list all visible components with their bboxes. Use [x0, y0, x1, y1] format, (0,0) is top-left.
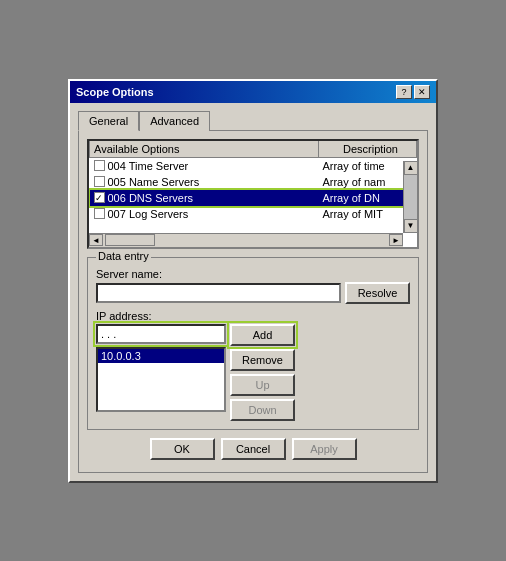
apply-button[interactable]: Apply [292, 438, 357, 460]
title-bar: Scope Options ? ✕ [70, 81, 436, 103]
group-label: Data entry [96, 250, 151, 262]
ip-address-input[interactable] [96, 324, 226, 344]
ip-address-label: IP address: [96, 310, 410, 322]
tab-strip: General Advanced [78, 111, 428, 131]
ok-button[interactable]: OK [150, 438, 215, 460]
col-description: Description [318, 141, 416, 158]
scroll-right-button[interactable]: ► [389, 234, 403, 246]
tab-advanced[interactable]: Advanced [139, 111, 210, 131]
scope-options-dialog: Scope Options ? ✕ General Advanced Avail… [68, 79, 438, 483]
table-row[interactable]: 005 Name Servers Array of nam [90, 174, 417, 190]
tab-general[interactable]: General [78, 111, 139, 131]
server-name-input[interactable] [96, 283, 341, 303]
resolve-button[interactable]: Resolve [345, 282, 410, 304]
checkbox-005[interactable] [94, 176, 105, 187]
ip-list-item[interactable]: 10.0.0.3 [98, 349, 224, 363]
scroll-up-button[interactable]: ▲ [404, 161, 418, 175]
cancel-button[interactable]: Cancel [221, 438, 286, 460]
ip-area: 10.0.0.3 Add Remove Up Down [96, 324, 410, 421]
ip-list[interactable]: 10.0.0.3 [96, 347, 226, 412]
help-button[interactable]: ? [396, 85, 412, 99]
ip-input-row [96, 324, 226, 344]
server-name-label: Server name: [96, 268, 410, 280]
scroll-thumb[interactable] [105, 234, 155, 246]
close-button[interactable]: ✕ [414, 85, 430, 99]
col-available-options: Available Options [90, 141, 319, 158]
bottom-buttons: OK Cancel Apply [87, 430, 419, 464]
table-row[interactable]: 007 Log Servers Array of MIT [90, 206, 417, 222]
scroll-track [404, 175, 417, 219]
scroll-left-button[interactable]: ◄ [89, 234, 103, 246]
table-row-selected[interactable]: 006 DNS Servers Array of DN [90, 190, 417, 206]
remove-button[interactable]: Remove [230, 349, 295, 371]
scroll-down-button[interactable]: ▼ [404, 219, 418, 233]
table-row[interactable]: 004 Time Server Array of time [90, 157, 417, 174]
vertical-scrollbar[interactable]: ▲ ▼ [403, 161, 417, 233]
up-button[interactable]: Up [230, 374, 295, 396]
title-bar-buttons: ? ✕ [396, 85, 430, 99]
ip-left-panel: 10.0.0.3 [96, 324, 226, 412]
horizontal-scrollbar[interactable]: ◄ ► [89, 233, 403, 247]
down-button[interactable]: Down [230, 399, 295, 421]
checkbox-007[interactable] [94, 208, 105, 219]
options-table-wrapper: Available Options Description 004 Time S… [87, 139, 419, 249]
ip-action-buttons: Add Remove Up Down [230, 324, 295, 421]
data-entry-group: Data entry Server name: Resolve IP addre… [87, 257, 419, 430]
dialog-title: Scope Options [76, 86, 154, 98]
dialog-body: General Advanced Available Options Descr… [70, 103, 436, 481]
options-table: Available Options Description 004 Time S… [89, 141, 417, 222]
add-button[interactable]: Add [230, 324, 295, 346]
tab-content: Available Options Description 004 Time S… [78, 130, 428, 473]
checkbox-004[interactable] [94, 160, 105, 171]
server-name-row: Resolve [96, 282, 410, 304]
checkbox-006[interactable] [94, 192, 105, 203]
